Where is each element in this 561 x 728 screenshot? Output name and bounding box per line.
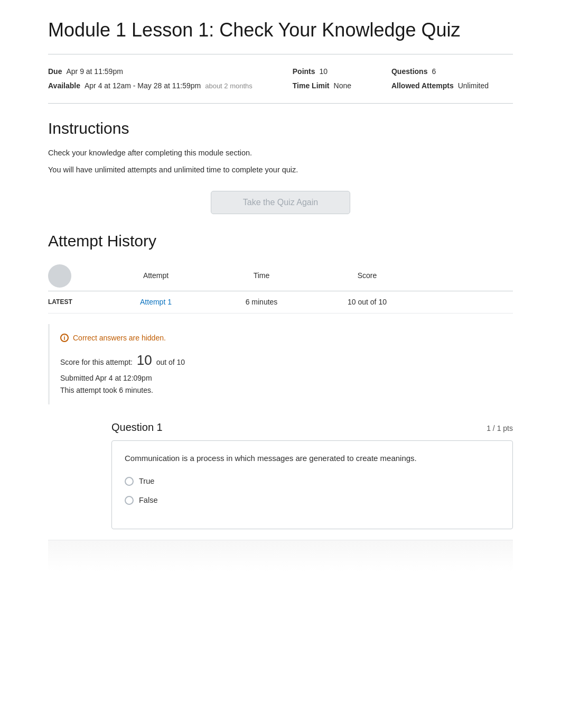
question-1-text: Communication is a process in which mess… xyxy=(125,453,500,465)
score-label: Score for this attempt: xyxy=(60,358,133,366)
attempt-history-section: Attempt History Attempt Time Score LATES… xyxy=(48,229,513,404)
score-line: Score for this attempt: 10 out of 10 xyxy=(60,350,502,371)
avatar xyxy=(48,264,71,288)
answer-true-label: True xyxy=(139,476,154,487)
due-label: Due xyxy=(48,66,62,77)
points-row: Points 10 xyxy=(293,66,376,77)
score-out-of: out of 10 xyxy=(156,358,185,366)
points-value: 10 xyxy=(320,66,328,77)
available-sub: about 2 months xyxy=(205,81,253,91)
submitted-line: Submitted Apr 4 at 12:09pm xyxy=(60,373,502,384)
instructions-title: Instructions xyxy=(48,116,513,140)
instructions-line2: You will have unlimited attempts and unl… xyxy=(48,164,513,176)
time-limit-label: Time Limit xyxy=(293,80,330,91)
latest-label: LATEST xyxy=(48,297,103,307)
meta-info: Due Apr 9 at 11:59pm Points 10 Questions… xyxy=(48,60,513,98)
page-container: Module 1 Lesson 1: Check Your Knowledge … xyxy=(27,0,534,587)
attempt-time: 6 minutes xyxy=(209,297,314,308)
questions-label: Questions xyxy=(391,66,427,77)
page-title: Module 1 Lesson 1: Check Your Knowledge … xyxy=(48,16,513,44)
time-limit-row: Time Limit None xyxy=(293,80,376,91)
took-line: This attempt took 6 minutes. xyxy=(60,385,502,396)
questions-row: Questions 6 xyxy=(391,66,513,77)
answer-false-option[interactable]: False xyxy=(125,495,500,506)
question-1-card: Communication is a process in which mess… xyxy=(111,440,513,529)
correct-hidden-notice: i Correct answers are hidden. xyxy=(60,333,502,344)
question-1-pts: 1 / 1 pts xyxy=(487,423,513,434)
col-header-score: Score xyxy=(314,270,420,281)
attempt-detail-box: i Correct answers are hidden. Score for … xyxy=(48,324,513,404)
allowed-attempts-row: Allowed Attempts Unlimited xyxy=(391,80,513,91)
instructions-line1: Check your knowledge after completing th… xyxy=(48,148,513,159)
due-row: Due Apr 9 at 11:59pm xyxy=(48,66,277,77)
correct-hidden-text: Correct answers are hidden. xyxy=(73,333,166,344)
top-divider xyxy=(48,54,513,54)
points-label: Points xyxy=(293,66,315,77)
info-icon: i xyxy=(60,334,69,342)
question-1-header: Question 1 1 / 1 pts xyxy=(111,419,513,435)
questions-value: 6 xyxy=(432,66,436,77)
attempt-table-header: Attempt Time Score xyxy=(48,260,513,291)
allowed-value: Unlimited xyxy=(458,80,489,91)
due-value: Apr 9 at 11:59pm xyxy=(66,66,123,77)
take-quiz-container: Take the Quiz Again xyxy=(48,191,513,214)
time-limit-value: None xyxy=(334,80,351,91)
answer-true-option[interactable]: True xyxy=(125,476,500,487)
take-quiz-button[interactable]: Take the Quiz Again xyxy=(211,191,350,214)
answer-false-label: False xyxy=(139,495,157,506)
question-1-block: Question 1 1 / 1 pts Communication is a … xyxy=(111,419,513,529)
score-big-value: 10 xyxy=(137,352,152,368)
available-row: Available Apr 4 at 12am - May 28 at 11:5… xyxy=(48,80,277,91)
meta-bottom-divider xyxy=(48,103,513,104)
attempt-score: 10 out of 10 xyxy=(314,297,420,308)
attempt-link[interactable]: Attempt 1 xyxy=(140,298,172,306)
radio-true[interactable] xyxy=(125,477,134,486)
fade-more-content xyxy=(48,540,513,572)
allowed-label: Allowed Attempts xyxy=(391,80,454,91)
radio-false[interactable] xyxy=(125,496,134,505)
attempt-link-cell[interactable]: Attempt 1 xyxy=(103,297,209,308)
question-1-title: Question 1 xyxy=(111,419,163,435)
col-header-attempt: Attempt xyxy=(103,270,209,281)
available-label: Available xyxy=(48,80,80,91)
attempt-history-title: Attempt History xyxy=(48,229,513,253)
attempt-row: LATEST Attempt 1 6 minutes 10 out of 10 xyxy=(48,291,513,314)
col-header-time: Time xyxy=(209,270,314,281)
available-value: Apr 4 at 12am - May 28 at 11:59pm xyxy=(85,80,201,91)
